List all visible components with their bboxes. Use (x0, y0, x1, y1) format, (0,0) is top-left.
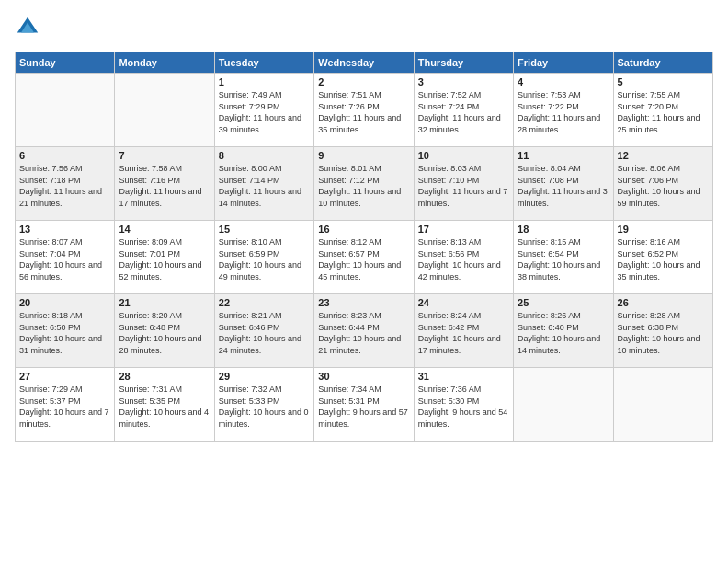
day-number: 23 (318, 297, 409, 308)
day-info: Sunrise: 8:26 AM Sunset: 6:40 PM Dayligh… (518, 310, 609, 356)
day-info: Sunrise: 8:09 AM Sunset: 7:01 PM Dayligh… (119, 236, 210, 282)
day-number: 26 (618, 297, 709, 308)
day-number: 18 (518, 224, 609, 235)
calendar-cell: 6Sunrise: 7:56 AM Sunset: 7:18 PM Daylig… (16, 147, 115, 221)
day-number: 29 (219, 371, 310, 382)
day-info: Sunrise: 8:16 AM Sunset: 6:52 PM Dayligh… (618, 236, 709, 282)
weekday-header-wednesday: Wednesday (314, 52, 414, 74)
day-info: Sunrise: 8:13 AM Sunset: 6:56 PM Dayligh… (418, 236, 509, 282)
day-info: Sunrise: 7:34 AM Sunset: 5:31 PM Dayligh… (318, 384, 409, 430)
calendar-week-row: 13Sunrise: 8:07 AM Sunset: 7:04 PM Dayli… (16, 221, 713, 294)
day-info: Sunrise: 8:28 AM Sunset: 6:38 PM Dayligh… (618, 310, 709, 356)
calendar-cell: 9Sunrise: 8:01 AM Sunset: 7:12 PM Daylig… (314, 147, 414, 221)
calendar-cell: 11Sunrise: 8:04 AM Sunset: 7:08 PM Dayli… (514, 147, 613, 221)
calendar-cell: 3Sunrise: 7:52 AM Sunset: 7:24 PM Daylig… (414, 74, 513, 147)
day-info: Sunrise: 8:20 AM Sunset: 6:48 PM Dayligh… (119, 310, 210, 356)
calendar-cell: 26Sunrise: 8:28 AM Sunset: 6:38 PM Dayli… (613, 294, 712, 368)
calendar-cell: 27Sunrise: 7:29 AM Sunset: 5:37 PM Dayli… (16, 368, 115, 442)
day-info: Sunrise: 8:12 AM Sunset: 6:57 PM Dayligh… (318, 236, 409, 282)
weekday-header-monday: Monday (115, 52, 214, 74)
calendar-cell: 14Sunrise: 8:09 AM Sunset: 7:01 PM Dayli… (115, 221, 214, 294)
calendar-cell: 20Sunrise: 8:18 AM Sunset: 6:50 PM Dayli… (16, 294, 115, 368)
day-info: Sunrise: 8:21 AM Sunset: 6:46 PM Dayligh… (219, 310, 310, 356)
calendar-cell: 29Sunrise: 7:32 AM Sunset: 5:33 PM Dayli… (214, 368, 313, 442)
day-number: 11 (518, 150, 609, 161)
day-info: Sunrise: 8:04 AM Sunset: 7:08 PM Dayligh… (518, 163, 609, 209)
calendar-cell: 5Sunrise: 7:55 AM Sunset: 7:20 PM Daylig… (613, 74, 712, 147)
calendar-cell: 28Sunrise: 7:31 AM Sunset: 5:35 PM Dayli… (115, 368, 214, 442)
day-number: 5 (618, 76, 709, 87)
day-number: 17 (418, 224, 509, 235)
day-info: Sunrise: 8:24 AM Sunset: 6:42 PM Dayligh… (418, 310, 509, 356)
calendar-cell (16, 74, 115, 147)
calendar-cell: 10Sunrise: 8:03 AM Sunset: 7:10 PM Dayli… (414, 147, 513, 221)
page-header (15, 15, 713, 40)
calendar-cell: 18Sunrise: 8:15 AM Sunset: 6:54 PM Dayli… (514, 221, 613, 294)
day-number: 1 (219, 76, 310, 87)
day-number: 12 (618, 150, 709, 161)
day-number: 22 (219, 297, 310, 308)
calendar-cell: 31Sunrise: 7:36 AM Sunset: 5:30 PM Dayli… (414, 368, 513, 442)
day-info: Sunrise: 8:03 AM Sunset: 7:10 PM Dayligh… (418, 163, 509, 209)
day-info: Sunrise: 7:56 AM Sunset: 7:18 PM Dayligh… (19, 163, 110, 209)
calendar-cell: 23Sunrise: 8:23 AM Sunset: 6:44 PM Dayli… (314, 294, 414, 368)
day-info: Sunrise: 8:00 AM Sunset: 7:14 PM Dayligh… (219, 163, 310, 209)
calendar-cell: 13Sunrise: 8:07 AM Sunset: 7:04 PM Dayli… (16, 221, 115, 294)
day-number: 13 (19, 224, 110, 235)
calendar-week-row: 27Sunrise: 7:29 AM Sunset: 5:37 PM Dayli… (16, 368, 713, 442)
day-number: 31 (418, 371, 509, 382)
day-info: Sunrise: 8:07 AM Sunset: 7:04 PM Dayligh… (19, 236, 110, 282)
weekday-header-friday: Friday (514, 52, 613, 74)
calendar-week-row: 6Sunrise: 7:56 AM Sunset: 7:18 PM Daylig… (16, 147, 713, 221)
day-number: 4 (518, 76, 609, 87)
calendar-cell: 22Sunrise: 8:21 AM Sunset: 6:46 PM Dayli… (214, 294, 313, 368)
day-info: Sunrise: 7:36 AM Sunset: 5:30 PM Dayligh… (418, 384, 509, 430)
weekday-header-tuesday: Tuesday (214, 52, 313, 74)
day-number: 6 (19, 150, 110, 161)
day-info: Sunrise: 8:01 AM Sunset: 7:12 PM Dayligh… (318, 163, 409, 209)
day-number: 7 (119, 150, 210, 161)
generalblue-logo-icon (15, 15, 40, 40)
day-info: Sunrise: 8:10 AM Sunset: 6:59 PM Dayligh… (219, 236, 310, 282)
day-number: 19 (618, 224, 709, 235)
day-number: 24 (418, 297, 509, 308)
day-number: 8 (219, 150, 310, 161)
day-number: 16 (318, 224, 409, 235)
day-number: 3 (418, 76, 509, 87)
day-info: Sunrise: 8:18 AM Sunset: 6:50 PM Dayligh… (19, 310, 110, 356)
calendar-cell: 15Sunrise: 8:10 AM Sunset: 6:59 PM Dayli… (214, 221, 313, 294)
day-info: Sunrise: 8:15 AM Sunset: 6:54 PM Dayligh… (518, 236, 609, 282)
day-number: 15 (219, 224, 310, 235)
weekday-header-row: SundayMondayTuesdayWednesdayThursdayFrid… (16, 52, 713, 74)
calendar-cell (613, 368, 712, 442)
day-info: Sunrise: 8:23 AM Sunset: 6:44 PM Dayligh… (318, 310, 409, 356)
calendar-cell (115, 74, 214, 147)
calendar-body: 1Sunrise: 7:49 AM Sunset: 7:29 PM Daylig… (16, 74, 713, 442)
day-number: 10 (418, 150, 509, 161)
day-info: Sunrise: 7:51 AM Sunset: 7:26 PM Dayligh… (318, 89, 409, 135)
day-info: Sunrise: 7:53 AM Sunset: 7:22 PM Dayligh… (518, 89, 609, 135)
calendar-cell: 25Sunrise: 8:26 AM Sunset: 6:40 PM Dayli… (514, 294, 613, 368)
calendar-header: SundayMondayTuesdayWednesdayThursdayFrid… (16, 52, 713, 74)
day-info: Sunrise: 7:58 AM Sunset: 7:16 PM Dayligh… (119, 163, 210, 209)
day-info: Sunrise: 7:52 AM Sunset: 7:24 PM Dayligh… (418, 89, 509, 135)
calendar-cell: 19Sunrise: 8:16 AM Sunset: 6:52 PM Dayli… (613, 221, 712, 294)
day-number: 30 (318, 371, 409, 382)
calendar-cell: 17Sunrise: 8:13 AM Sunset: 6:56 PM Dayli… (414, 221, 513, 294)
day-info: Sunrise: 8:06 AM Sunset: 7:06 PM Dayligh… (618, 163, 709, 209)
logo (15, 15, 44, 40)
day-number: 14 (119, 224, 210, 235)
calendar-week-row: 1Sunrise: 7:49 AM Sunset: 7:29 PM Daylig… (16, 74, 713, 147)
day-number: 28 (119, 371, 210, 382)
calendar-cell: 8Sunrise: 8:00 AM Sunset: 7:14 PM Daylig… (214, 147, 313, 221)
calendar-table: SundayMondayTuesdayWednesdayThursdayFrid… (15, 52, 713, 442)
day-number: 27 (19, 371, 110, 382)
calendar-cell: 7Sunrise: 7:58 AM Sunset: 7:16 PM Daylig… (115, 147, 214, 221)
calendar-cell: 2Sunrise: 7:51 AM Sunset: 7:26 PM Daylig… (314, 74, 414, 147)
weekday-header-sunday: Sunday (16, 52, 115, 74)
calendar-cell: 24Sunrise: 8:24 AM Sunset: 6:42 PM Dayli… (414, 294, 513, 368)
calendar-cell: 1Sunrise: 7:49 AM Sunset: 7:29 PM Daylig… (214, 74, 313, 147)
calendar-cell: 30Sunrise: 7:34 AM Sunset: 5:31 PM Dayli… (314, 368, 414, 442)
weekday-header-saturday: Saturday (613, 52, 712, 74)
day-info: Sunrise: 7:55 AM Sunset: 7:20 PM Dayligh… (618, 89, 709, 135)
